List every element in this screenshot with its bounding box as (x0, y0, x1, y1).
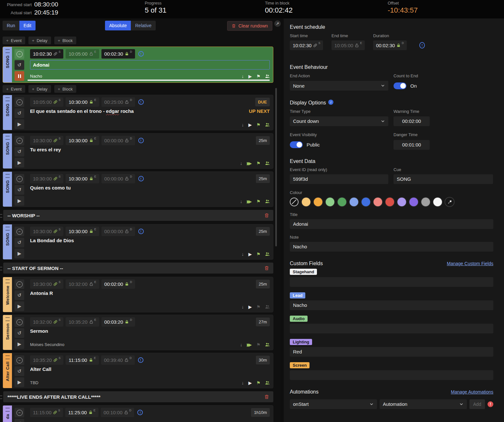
users-icon[interactable] (265, 199, 270, 204)
delete-block-button[interactable] (264, 265, 269, 271)
custom-field-stagehand-input[interactable] (290, 277, 493, 287)
reload-event-button[interactable]: ↺ (15, 185, 24, 195)
drag-handle-icon[interactable] (5, 227, 10, 231)
down-arrow-icon[interactable]: ↓ (242, 305, 244, 309)
open-editor-arrow-button[interactable]: ↗ (274, 20, 281, 27)
automation-trigger-select[interactable]: onStart (290, 399, 377, 409)
down-arrow-icon[interactable]: ↓ (240, 199, 242, 204)
event-row[interactable]: SONG − ↺ ▶ 10:30:00S 10:30:00E 00:00:00D… (3, 171, 273, 207)
warning-time-input[interactable]: 00:02:00 (394, 116, 430, 126)
end-time-chip[interactable]: 11:25:00E (65, 408, 98, 417)
colour-swatch[interactable] (373, 198, 382, 206)
absolute-button[interactable]: Absolute (105, 21, 131, 30)
start-time-chip[interactable]: 10:35:20S (30, 355, 63, 365)
skip-event-button[interactable]: − (15, 408, 24, 417)
colour-swatch[interactable] (350, 198, 358, 206)
delete-block-button[interactable] (264, 394, 269, 399)
end-time-chip[interactable]: 10:32:00E (66, 279, 99, 289)
start-event-button[interactable]: ▶ (15, 158, 24, 168)
event-type-tag[interactable]: da (3, 406, 12, 422)
info-icon[interactable]: i (328, 100, 333, 105)
colour-swatch[interactable] (302, 198, 310, 206)
event-row[interactable]: SONG − ↺ ▶ 10:05:00S 10:30:00E 00:25:00D… (3, 95, 273, 130)
start-time-chip[interactable]: 10:30:00S (30, 227, 63, 236)
drag-handle-icon[interactable] (5, 317, 10, 321)
colour-swatch[interactable] (326, 198, 334, 206)
start-time-chip[interactable]: 10:30:00S (30, 279, 63, 289)
duration-chip[interactable]: 00:00:00D (101, 227, 135, 236)
down-arrow-icon[interactable]: ↓ (242, 123, 244, 127)
drag-handle-icon[interactable] (5, 97, 10, 101)
duration-chip[interactable]: 00:25:00D (101, 97, 135, 107)
drag-handle-icon[interactable] (5, 49, 10, 53)
start-time-chip[interactable]: 11:15:00S (30, 408, 63, 417)
skip-event-button[interactable]: − (15, 97, 24, 107)
reload-event-button[interactable]: ↺ (15, 108, 24, 118)
event-title[interactable]: Antonia R (30, 290, 53, 296)
duration-chip[interactable]: 00:00:00D (101, 136, 135, 145)
fast-forward-icon[interactable]: ▶▶ (247, 199, 252, 204)
duration-chip[interactable]: 00:10:00D (101, 408, 134, 417)
play-icon[interactable]: ▶ (248, 381, 252, 385)
run-mode-button[interactable]: Run (3, 21, 19, 30)
add-block-button[interactable]: +Block (54, 37, 76, 44)
schedule-duration-chip[interactable]: 00:02:30D (373, 40, 407, 50)
event-type-tag[interactable]: Sermon (3, 315, 12, 350)
event-title[interactable]: La Bondad de Dios (30, 238, 74, 243)
event-title[interactable]: Quien es como tu (30, 185, 71, 190)
skip-event-button[interactable]: − (15, 136, 24, 146)
duration-chip[interactable]: 00:00:00D (101, 174, 135, 183)
drag-handle-icon[interactable] (5, 174, 10, 178)
add-delay-button[interactable]: +Delay (28, 37, 51, 44)
skip-event-button[interactable]: − (15, 174, 24, 184)
event-title-input[interactable] (30, 60, 270, 70)
end-time-chip[interactable]: 11:15:00E (66, 355, 99, 365)
reload-event-button[interactable]: ↺ (15, 60, 24, 70)
colour-swatch[interactable] (409, 198, 418, 206)
event-type-tag[interactable]: SONG (3, 172, 12, 207)
title-input[interactable] (290, 219, 493, 229)
down-arrow-icon[interactable]: ↓ (240, 342, 242, 347)
drag-handle-icon[interactable] (5, 408, 10, 412)
event-visibility-toggle[interactable] (290, 141, 303, 148)
down-arrow-icon[interactable]: ↓ (242, 381, 244, 385)
start-event-button[interactable]: ▶ (15, 339, 24, 349)
duration-chip[interactable]: 00:02:00D (101, 279, 135, 289)
start-time-chip[interactable]: 10:30:00S (30, 174, 63, 183)
play-icon[interactable]: ▶ (248, 252, 252, 256)
end-time-chip[interactable]: 10:30:00E (66, 136, 99, 145)
down-arrow-icon[interactable]: ↓ (240, 161, 242, 166)
add-event-button[interactable]: +Event (3, 37, 25, 44)
users-icon[interactable] (265, 122, 270, 127)
event-type-tag[interactable]: SONG (3, 47, 12, 82)
start-event-button[interactable]: ▶ (15, 119, 24, 129)
end-action-select[interactable]: None (290, 81, 388, 91)
note-input[interactable] (290, 242, 493, 252)
duration-chip[interactable]: 00:03:20D (101, 317, 135, 327)
event-type-tag[interactable]: SONG (3, 224, 12, 259)
drag-handle-icon[interactable] (5, 136, 10, 140)
skip-event-button[interactable]: − (15, 279, 24, 289)
manage-custom-fields-link[interactable]: Manage Custom Fields (447, 261, 493, 266)
start-event-button[interactable]: ▶ (15, 196, 24, 206)
add-delay-button[interactable]: +Delay (28, 85, 51, 93)
automation-select[interactable]: Automation (380, 399, 467, 409)
end-time-chip[interactable]: 10:30:00E (66, 227, 99, 236)
colour-swatch[interactable] (362, 198, 370, 206)
manage-automations-link[interactable]: Manage Automations (451, 389, 493, 395)
flag-icon[interactable]: ⚑ (256, 74, 260, 79)
users-icon[interactable] (265, 342, 270, 347)
colour-swatch[interactable] (314, 198, 322, 206)
skip-event-button[interactable]: − (15, 49, 24, 59)
add-event-button[interactable]: +Event (3, 85, 25, 93)
play-icon[interactable]: ▶ (248, 305, 252, 309)
users-icon[interactable] (265, 304, 270, 309)
skip-event-button[interactable]: − (15, 317, 24, 327)
event-title[interactable]: Tu eres el rey (30, 147, 61, 152)
event-row[interactable]: Welcome − ↺ ▶ 10:30:00S 10:32:00E 00:02:… (3, 277, 273, 312)
start-time-chip[interactable]: 10:02:30S (30, 49, 63, 59)
end-time-chip[interactable]: 10:05:00E (66, 49, 99, 59)
end-time-chip[interactable]: 10:35:20E (66, 317, 99, 327)
flag-icon[interactable]: ⚑ (256, 161, 260, 166)
count-to-end-toggle[interactable] (394, 82, 406, 89)
